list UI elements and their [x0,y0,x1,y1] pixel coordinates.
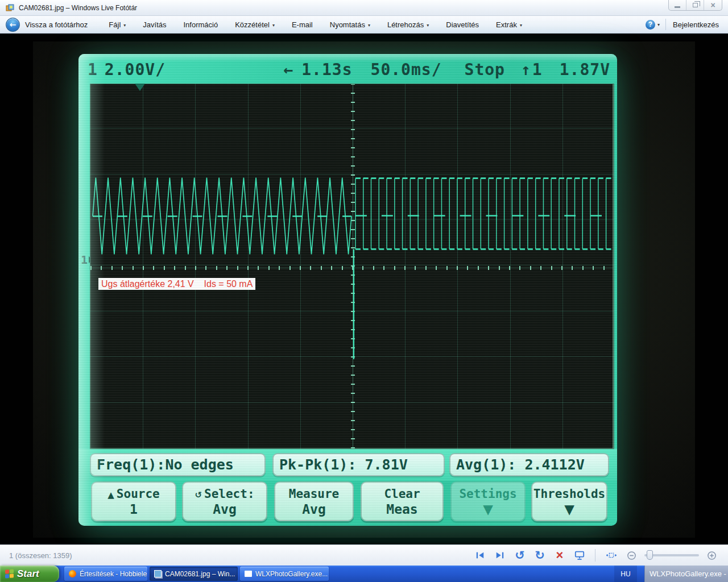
toolbar-right: ? ▾ Bejelentkezés [646,19,728,30]
zoom-out-icon [627,551,636,560]
title-bar: CAM02681.jpg – Windows Live Fotótár × [0,0,728,16]
back-to-gallery-link[interactable]: Vissza a fotótárhoz [25,20,88,29]
restore-button[interactable] [686,0,704,10]
window-title: CAM02681.jpg – Windows Live Fotótár [19,4,137,12]
zoom-slider-handle[interactable] [647,550,653,560]
next-image-button[interactable] [493,548,507,562]
measurement-avg: Avg(1): 2.4112V [449,453,609,476]
divider [665,19,666,30]
menu-create[interactable]: Létrehozás▾ [379,16,437,33]
zoom-out-button[interactable] [624,548,639,562]
minimize-button[interactable] [669,0,686,10]
scope-status-bar: 1 2.00V/ ← 1.13s 50.0ms/ Stop ↑ 1 1.87V [78,56,617,82]
close-icon: × [710,1,715,9]
scope-status-right: ← 1.13s 50.0ms/ Stop ↑ 1 1.87V [283,60,610,79]
fit-to-window-icon [606,550,617,560]
zoom-slider[interactable] [644,554,699,556]
chevron-down-icon: ▾ [272,23,275,28]
rotate-cw-button[interactable]: ↻ [532,548,547,562]
scope-acquisition-mode: Stop [465,60,505,79]
rotate-knob-icon: ↺ [195,490,202,500]
language-indicator[interactable]: HU [614,566,637,582]
navigation-controls: ↺ ↻ × [468,548,719,562]
back-button[interactable]: ← [6,18,20,32]
down-arrow-icon: ▼ [452,501,524,518]
delete-button[interactable]: × [552,548,567,562]
scope-measurement-bar: Freq(1):No edges Pk-Pk(1): 7.81V Avg(1):… [78,449,617,481]
waveform-trace [90,84,614,449]
photo-gallery-icon [154,570,162,577]
photo-viewer-area: 1 2.00V/ ← 1.13s 50.0ms/ Stop ↑ 1 1.87V … [0,34,728,544]
softkey-clear-meas: Clear Meas [361,481,444,521]
divider [595,549,595,562]
firefox-icon [69,570,76,577]
slideshow-button[interactable] [572,548,587,562]
chevron-down-icon: ▾ [520,23,522,28]
menu-info[interactable]: Információ [175,16,226,33]
photo-canvas[interactable]: 1 2.00V/ ← 1.13s 50.0ms/ Stop ↑ 1 1.87V … [33,41,695,538]
menu-email[interactable]: E-mail [283,16,321,33]
softkey-source: ▲Source 1 [91,481,176,521]
app-icon [6,3,15,13]
trigger-level: 1.87V [560,60,610,79]
actual-size-button[interactable] [604,548,619,562]
status-bar: 1 (összesen: 1359) ↺ ↻ × [0,544,728,566]
previous-icon [475,551,485,560]
help-button[interactable]: ? [646,20,655,30]
delete-x-icon: × [556,548,564,563]
trigger-edge-icon: ↑ [521,60,531,79]
delay-arrow-icon: ← [283,60,293,79]
restore-icon [693,3,698,7]
softkey-settings: Settings ▼ [450,481,526,521]
back-arrow-icon: ← [10,20,16,29]
softkey-thresholds: Thresholds ▼ [531,481,607,521]
rotate-ccw-icon: ↺ [515,548,525,562]
photo-counter: 1 (összesen: 1359) [9,551,72,560]
zoom-in-icon [707,551,717,560]
menu-fix[interactable]: Javítás [134,16,175,33]
taskbar-item-wlxphotogallery[interactable]: WLXPhotoGallery.exe... [240,567,329,581]
rotate-ccw-button[interactable]: ↺ [512,548,527,562]
sign-in-button[interactable]: Bejelentkezés [673,20,719,29]
photo-annotation: Ugs átlagértéke 2,41 V Ids = 50 mA [98,278,255,290]
chevron-down-icon[interactable]: ▾ [657,22,660,27]
taskbar-item-photo-gallery-active[interactable]: CAM02681.jpg – Win... [150,567,238,581]
chevron-down-icon: ▾ [427,23,429,28]
windows-flag-icon [5,569,14,578]
previous-image-button[interactable] [473,548,487,562]
chevron-down-icon: ▾ [368,23,370,28]
minimize-icon [675,6,680,8]
scope-timebase: 50.0ms/ [371,60,442,79]
zoom-in-button[interactable] [704,548,719,562]
menu-file[interactable]: Fájl▾ [100,16,134,33]
menu-print[interactable]: Nyomtatás▾ [321,16,379,33]
window-icon [245,571,252,577]
toolbar: ← Vissza a fotótárhoz Fájl▾ Javítás Info… [0,16,728,34]
up-triangle-icon: ▲ [107,490,114,500]
softkey-measure: Measure Avg [274,481,354,521]
oscilloscope-screen: 1 2.00V/ ← 1.13s 50.0ms/ Stop ↑ 1 1.87V … [78,54,617,526]
taskbar-item-firefox[interactable]: Értesítések - Hobbiele... [64,567,147,581]
window-controls: × [668,0,722,11]
scope-volts-per-div: 2.00V/ [105,60,166,79]
scope-delay: 1.13s [301,60,352,79]
next-icon [495,551,505,560]
taskbar-overlay-window[interactable]: WLXPhotoGallery.exe - [644,566,728,582]
slideshow-screen-icon [574,550,585,560]
menu-extras[interactable]: Extrák▾ [487,16,531,33]
start-button[interactable]: Start [0,566,59,582]
menu-publish[interactable]: Közzététel▾ [226,16,283,33]
softkey-select: ↺Select: Avg [182,481,267,521]
close-button[interactable]: × [704,0,722,10]
scope-graticule: Ugs átlagértéke 2,41 V Ids = 50 mA [90,84,614,449]
chevron-down-icon: ▾ [123,23,126,28]
menu-slideshow[interactable]: Diavetítés [437,16,487,33]
measurement-freq: Freq(1):No edges [90,453,266,476]
down-arrow-icon: ▼ [532,501,606,518]
taskbar: Start Értesítések - Hobbiele... CAM02681… [0,566,728,582]
trigger-source: 1 [532,60,543,79]
measurement-pkpk: Pk-Pk(1): 7.81V [272,453,445,476]
scope-channel: 1 [88,60,98,79]
rotate-cw-icon: ↻ [535,548,545,562]
help-icon: ? [648,20,652,28]
